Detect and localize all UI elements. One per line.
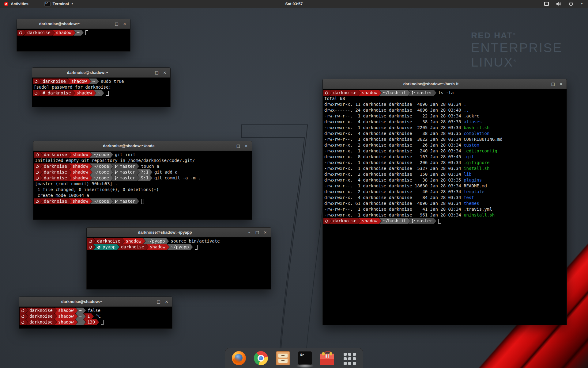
git-branch-icon (412, 219, 415, 223)
close-button[interactable]: × (558, 81, 564, 87)
terminal-cursor (85, 30, 88, 35)
dock-item-terminal[interactable] (298, 351, 312, 365)
terminal-line: -rw-rw-r--. 1 darknoise darknoise 22 Jan… (323, 113, 566, 119)
prompt-segment-path: ~/bash-it (379, 218, 410, 224)
minimize-button[interactable]: – (106, 21, 112, 27)
terminal-line: create mode 100644 a (34, 193, 251, 198)
power-icon[interactable] (569, 2, 573, 6)
minimize-button[interactable]: – (542, 81, 548, 87)
terminal-icon (298, 351, 312, 365)
close-button[interactable]: × (162, 70, 168, 76)
prompt-segment-host: shadow (55, 319, 78, 325)
app-menu-terminal[interactable]: $> Terminal ▼ (41, 0, 77, 8)
prompt-segment-path: ~/pyapp (167, 244, 193, 250)
prompt-segment-host: shadow (358, 90, 382, 96)
output-text: [sudo] password for darknoise: (33, 84, 111, 90)
prompt-segment-icon (33, 79, 41, 84)
window-title: darknoise@shadow:~ (17, 21, 103, 26)
caret-down-icon[interactable]: ▼ (581, 2, 583, 5)
ls-row-fields: drwxrwxr-x. 4 darknoise darknoise 38 Jan… (323, 131, 464, 136)
prompt-segment-icon (87, 238, 96, 244)
dock-item-app-grid[interactable] (342, 351, 356, 365)
terminal-line: -rw-rw-r--. 1 darknoise darknoise 3622 J… (323, 136, 566, 142)
minimize-button[interactable]: – (246, 229, 252, 236)
close-button[interactable]: × (243, 143, 249, 149)
redhat-prompt-icon (19, 31, 22, 35)
redhat-prompt-icon (325, 91, 328, 95)
minimize-button[interactable]: – (148, 299, 154, 305)
volume-icon[interactable] (556, 2, 561, 6)
command-text: git commit -a -m . (154, 175, 201, 181)
window-titlebar[interactable]: darknoise@shadow:~/pyapp–□× (87, 228, 271, 237)
prompt-segment-git: master (111, 169, 139, 175)
close-button[interactable]: × (262, 229, 268, 236)
close-button[interactable]: × (164, 299, 170, 305)
terminal-content[interactable]: darknoiseshadow~ (17, 29, 130, 51)
redhat-prompt-icon (21, 309, 24, 312)
ls-file-name: lib (464, 171, 471, 177)
terminal-line: darknoiseshadow~sudo true (33, 79, 170, 84)
maximize-button[interactable]: □ (156, 299, 162, 305)
terminal-line: drwxrwxr-x. 2 darknoise darknoise 40 Jan… (323, 189, 566, 195)
prompt-segment-host: shadow (69, 198, 92, 204)
terminal-line: -rwxrwxr-x. 1 darknoise darknoise 206 Ja… (323, 160, 566, 166)
clock[interactable]: Sat 03:57 (285, 2, 303, 6)
dock-item-toolbox[interactable] (320, 351, 334, 365)
prompt-segment-user: darknoise (40, 175, 71, 181)
ls-row-fields: drwxrwxr-x. 4 darknoise darknoise 38 Jan… (323, 119, 464, 125)
window-titlebar[interactable]: darknoise@shadow:~–□× (19, 297, 172, 307)
terminal-line: drwxrwxr-x. 2 darknoise darknoise 150 Ja… (323, 171, 566, 177)
output-text: create mode 100644 a (34, 193, 89, 198)
window-titlebar[interactable]: darknoise@shadow:~–□× (17, 19, 130, 29)
command-text: source bin/activate (171, 238, 220, 244)
activities-button[interactable]: Activities (0, 0, 32, 8)
logo-linux-text: LINUX® (471, 55, 562, 69)
prompt-segment-path: ~/code (90, 198, 113, 204)
terminal-content[interactable]: darknoiseshadow~/bash-itmasterls -latota… (323, 89, 567, 325)
terminal-line: 1 file changed, 0 insertions(+), 0 delet… (34, 187, 251, 193)
window-titlebar[interactable]: darknoise@shadow:~/code–□× (33, 141, 252, 151)
toolbox-icon (320, 354, 334, 365)
window-titlebar[interactable]: darknoise@shadow:~/bash-it–□× (323, 79, 567, 89)
redhat-prompt-icon (89, 245, 92, 249)
command-text: git init (115, 152, 135, 158)
terminal-window-pyapp: darknoise@shadow:~/pyapp–□×darknoiseshad… (86, 227, 271, 289)
prompt-segment-host: shadow (122, 238, 145, 244)
terminal-line: pyappdarknoiseshadow~/pyapp (87, 244, 270, 250)
terminal-content[interactable]: darknoiseshadow~/pyappsource bin/activat… (87, 237, 271, 289)
prompt-segment-git: master (408, 218, 436, 224)
terminal-line: -rw-rw-r--. 1 darknoise darknoise 41 Jan… (323, 206, 566, 212)
minimize-button[interactable]: – (227, 143, 233, 149)
terminal-line: total 68 (323, 96, 566, 102)
dock-item-chrome[interactable] (254, 351, 268, 365)
redhat-prompt-icon (36, 200, 39, 203)
window-title: darknoise@shadow:~/pyapp (87, 230, 243, 235)
dock-item-files[interactable] (276, 351, 290, 365)
close-button[interactable]: × (122, 21, 128, 27)
maximize-button[interactable]: □ (254, 229, 260, 236)
maximize-button[interactable]: □ (235, 143, 241, 149)
git-branch-icon (115, 170, 118, 174)
ls-row-fields: drwxrwxr-x. 4 darknoise darknoise 84 Jan… (323, 195, 464, 201)
maximize-button[interactable]: □ (114, 21, 120, 27)
terminal-content[interactable]: darknoiseshadow~/codegit initInitialized… (33, 151, 252, 220)
command-text: sudo true (101, 79, 124, 84)
maximize-button[interactable]: □ (154, 70, 160, 76)
maximize-button[interactable]: □ (550, 81, 556, 87)
chrome-icon (254, 351, 268, 365)
terminal-content[interactable]: darknoiseshadow~falsedarknoiseshadow~1^C… (19, 307, 172, 328)
command-text: git add a (154, 169, 178, 175)
prompt-segment-host: shadow (52, 30, 76, 36)
ls-file-name: bash_it.sh (464, 125, 489, 131)
ls-row-fields: drwxrwxr-x. 4 darknoise darknoise 38 Jan… (323, 177, 464, 183)
terminal-content[interactable]: darknoiseshadow~sudo true[sudo] password… (32, 78, 170, 107)
prompt-segment-user: darknoise (26, 313, 57, 319)
dock-item-firefox[interactable] (232, 351, 246, 365)
terminal-line: -rwxrwxr-x. 1 darknoise darknoise 5327 J… (323, 166, 566, 171)
screen-icon[interactable] (544, 2, 549, 6)
minimize-button[interactable]: – (146, 70, 152, 76)
window-titlebar[interactable]: darknoise@shadow:~–□× (32, 68, 170, 78)
ls-row-fields: drwxrwxr-x. 11 darknoise darknoise 4096 … (323, 102, 464, 107)
ls-file-name: .gitignore (464, 160, 489, 166)
terminal-line: darknoiseshadow~/codegit init (34, 152, 251, 158)
